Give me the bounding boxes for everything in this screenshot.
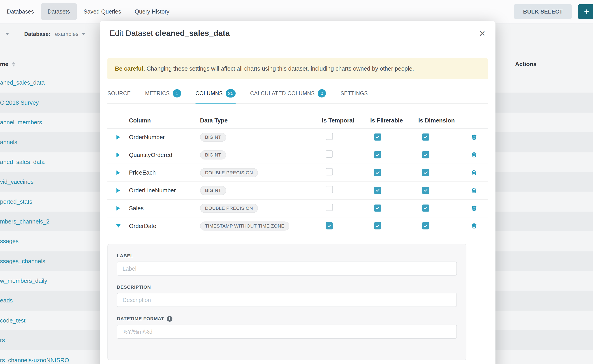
is-filterable-checkbox[interactable]	[374, 169, 381, 176]
is-filterable-checkbox[interactable]	[374, 222, 381, 229]
dataset-link[interactable]: rs	[0, 337, 5, 344]
dataset-link[interactable]: rs_channels-uzooNNtSRO	[0, 357, 69, 364]
expand-caret-icon[interactable]	[116, 206, 120, 210]
tab-source[interactable]: SOURCE	[107, 84, 131, 103]
is-temporal-checkbox[interactable]	[326, 222, 333, 229]
bulk-select-button[interactable]: BULK SELECT	[514, 4, 572, 19]
top-navigation: DatabasesDatasetsSaved QueriesQuery Hist…	[0, 0, 593, 23]
dataset-link[interactable]: aned_sales_data	[0, 79, 45, 86]
is-dimension-header: Is Dimension	[418, 117, 467, 124]
dataset-link[interactable]: ported_stats	[0, 198, 32, 205]
delete-column-icon[interactable]	[471, 205, 477, 211]
data-type-header: Data Type	[200, 117, 322, 124]
nav-item-databases[interactable]: Databases	[0, 3, 41, 20]
name-column-header[interactable]: me	[0, 61, 9, 68]
is-dimension-checkbox[interactable]	[422, 204, 429, 212]
tab-metrics[interactable]: METRICS1	[145, 84, 181, 103]
add-button[interactable]: +	[578, 4, 593, 19]
is-filterable-header: Is Filterable	[370, 117, 418, 124]
label-input[interactable]	[117, 261, 457, 275]
data-type-badge: DOUBLE PRECISION	[200, 204, 258, 213]
datetime-format-field: DATETIME FORMAT i	[117, 316, 457, 339]
actions-column-header: Actions	[515, 61, 537, 68]
expand-caret-icon[interactable]	[116, 170, 120, 175]
tab-count-badge: 25	[226, 89, 236, 98]
modal-header: Edit Dataset cleaned_sales_data ✕	[100, 21, 495, 46]
column-row: QuantityOrderedBIGINT	[107, 146, 488, 164]
nav-item-saved-queries[interactable]: Saved Queries	[77, 3, 128, 20]
columns-table: Column Data Type Is Temporal Is Filterab…	[107, 113, 488, 235]
expand-caret-icon[interactable]	[116, 153, 120, 157]
dataset-link[interactable]: code_test	[0, 317, 26, 324]
expand-caret-icon[interactable]	[116, 135, 120, 139]
tab-count-badge: 1	[173, 89, 181, 98]
datetime-format-input[interactable]	[117, 325, 457, 338]
is-filterable-checkbox[interactable]	[374, 187, 381, 194]
edit-dataset-modal: Edit Dataset cleaned_sales_data ✕ Be car…	[100, 21, 495, 364]
nav-item-datasets[interactable]: Datasets	[41, 3, 77, 20]
tab-columns[interactable]: COLUMNS25	[195, 84, 236, 103]
dataset-link[interactable]: ssages	[0, 238, 19, 245]
column-row: PriceEachDOUBLE PRECISION	[107, 164, 488, 182]
columns-table-body: OrderNumberBIGINTQuantityOrderedBIGINTPr…	[107, 128, 488, 235]
is-temporal-checkbox[interactable]	[326, 133, 333, 140]
info-icon[interactable]: i	[167, 316, 172, 322]
dataset-link[interactable]: vid_vaccines	[0, 178, 34, 185]
sort-icon[interactable]	[12, 62, 15, 66]
dataset-link[interactable]: C 2018 Survey	[0, 99, 39, 106]
chevron-down-icon[interactable]	[82, 33, 86, 35]
delete-column-icon[interactable]	[471, 169, 477, 176]
delete-column-icon[interactable]	[471, 223, 477, 229]
expand-caret-icon[interactable]	[116, 188, 120, 193]
is-dimension-checkbox[interactable]	[422, 151, 429, 158]
dataset-link[interactable]: eads	[0, 297, 13, 304]
warning-text: Changing these settings will affect all …	[147, 65, 414, 72]
is-temporal-checkbox[interactable]	[326, 186, 333, 193]
tab-label: SOURCE	[107, 90, 131, 96]
tab-calculated-columns[interactable]: CALCULATED COLUMNS0	[250, 84, 326, 103]
delete-column-icon[interactable]	[471, 134, 477, 140]
dataset-link[interactable]: w_members_daily	[0, 277, 47, 284]
dataset-link[interactable]: ssages_channels	[0, 258, 45, 265]
delete-column-icon[interactable]	[471, 187, 477, 194]
collapse-caret-icon[interactable]	[116, 224, 120, 228]
tab-settings[interactable]: SETTINGS	[341, 84, 368, 103]
is-dimension-checkbox[interactable]	[422, 222, 429, 229]
is-temporal-checkbox[interactable]	[326, 204, 333, 211]
data-type-badge: TIMESTAMP WITHOUT TIME ZONE	[200, 221, 290, 230]
column-name: OrderNumber	[129, 134, 165, 140]
column-detail-panel: LABEL DESCRIPTION DATETIME FORMAT i	[107, 244, 466, 360]
data-type-badge: BIGINT	[200, 186, 226, 195]
is-dimension-checkbox[interactable]	[422, 187, 429, 194]
tab-label: CALCULATED COLUMNS	[250, 90, 315, 96]
tab-count-badge: 0	[318, 89, 326, 98]
is-dimension-checkbox[interactable]	[422, 169, 429, 176]
dataset-link[interactable]: aned_sales_data	[0, 159, 45, 166]
column-row: OrderDateTIMESTAMP WITHOUT TIME ZONE	[107, 217, 488, 235]
close-icon[interactable]: ✕	[479, 29, 486, 37]
delete-column-icon[interactable]	[471, 152, 477, 158]
description-input[interactable]	[117, 293, 457, 307]
column-name: Sales	[129, 205, 144, 211]
column-name: OrderDate	[129, 223, 156, 229]
description-field-label: DESCRIPTION	[117, 285, 457, 290]
column-name: PriceEach	[129, 169, 156, 176]
dataset-link[interactable]: annels	[0, 139, 17, 146]
is-filterable-checkbox[interactable]	[374, 204, 381, 212]
dataset-link[interactable]: annel_members	[0, 119, 42, 126]
database-filter-value[interactable]: examples	[55, 31, 79, 37]
datetime-format-label: DATETIME FORMAT i	[117, 316, 457, 322]
data-type-badge: DOUBLE PRECISION	[200, 168, 258, 177]
column-row: OrderLineNumberBIGINT	[107, 182, 488, 200]
is-filterable-checkbox[interactable]	[374, 133, 381, 141]
is-temporal-checkbox[interactable]	[326, 168, 333, 176]
label-field-label: LABEL	[117, 253, 457, 258]
data-type-badge: BIGINT	[200, 150, 226, 159]
nav-item-query-history[interactable]: Query History	[128, 3, 176, 20]
chevron-down-icon[interactable]	[5, 33, 9, 35]
is-filterable-checkbox[interactable]	[374, 151, 381, 158]
dataset-link[interactable]: mbers_channels_2	[0, 218, 50, 225]
is-dimension-checkbox[interactable]	[422, 133, 429, 141]
is-temporal-checkbox[interactable]	[326, 150, 333, 158]
modal-tabs: SOURCEMETRICS1COLUMNS25CALCULATED COLUMN…	[107, 84, 488, 104]
